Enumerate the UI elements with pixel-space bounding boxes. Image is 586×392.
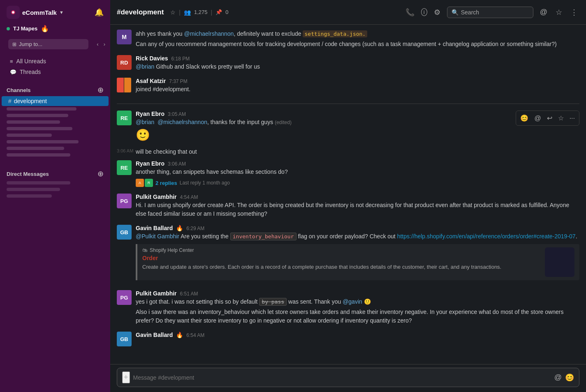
message-header: Pulkit Gambhir 6:51 AM [136, 290, 579, 297]
message-author[interactable]: Gavin Ballard [136, 225, 173, 231]
nav-arrows: ‹ › [95, 40, 107, 48]
app-icon [7, 6, 20, 19]
username[interactable]: TJ Mapes [13, 25, 37, 32]
avatar [117, 78, 132, 92]
message-author[interactable]: Asaf Katzir [136, 78, 166, 84]
emoji-input-icon[interactable]: 😊 [565, 373, 574, 382]
avatar: RE [117, 160, 132, 175]
settings-icon[interactable]: ⚙ [432, 6, 442, 18]
avatar: PG [117, 194, 132, 208]
svg-point-1 [12, 11, 14, 14]
channel-star-icon[interactable]: ☆ [170, 9, 176, 16]
reply-count[interactable]: 2 replies [155, 180, 177, 186]
avatar: PG [117, 290, 132, 305]
message-content: Ryan Ebro 3:05 AM @brian @michaelrshanno… [136, 111, 579, 143]
header-star-icon[interactable]: ☆ [554, 6, 564, 18]
at-input-icon[interactable]: @ [554, 373, 562, 382]
phone-icon[interactable]: 📞 [404, 6, 416, 18]
avatar: GB [117, 332, 132, 346]
channel-item-development[interactable]: # development [2, 96, 109, 106]
message-time: 3:05 AM [168, 111, 186, 117]
notification-bell-icon[interactable]: 🔔 [95, 8, 104, 17]
inline-code: inventory_behaviour [230, 233, 296, 240]
preview-title-link[interactable]: Order [142, 255, 158, 261]
mention[interactable]: @michaelrshannon [184, 30, 234, 37]
message-input[interactable] [133, 374, 551, 381]
unreads-icon: ≡ [10, 58, 13, 65]
avatar: RE [117, 111, 132, 125]
message-author[interactable]: Pulkit Gambhir [136, 194, 177, 200]
message-author[interactable]: Rick Davies [136, 55, 168, 62]
message-author[interactable]: Pulkit Gambhir [136, 290, 177, 297]
message-author[interactable]: Ryan Ebro [136, 160, 164, 167]
message-text: @brian Github and Slack works pretty wel… [136, 62, 579, 71]
search-placeholder: Search [461, 9, 479, 16]
info-icon[interactable]: i [421, 8, 427, 16]
message-input-area: + @ 😊 [110, 364, 586, 392]
search-icon: 🔍 [452, 9, 459, 16]
message-header: Pulkit Gambhir 4:54 AM [136, 194, 579, 200]
help-link[interactable]: https://help.shopify.com/en/api/referenc… [397, 233, 576, 240]
user-info: TJ Mapes 🔥 [0, 21, 110, 36]
message-row: M ahh yes thank you @michaelrshannon, de… [117, 30, 579, 48]
messages-area[interactable]: M ahh yes thank you @michaelrshannon, de… [110, 25, 586, 364]
edited-label: (edited) [275, 120, 292, 125]
workspace-name[interactable]: eCommTalk ▼ [7, 6, 64, 19]
emoji-action[interactable]: 😊 [518, 113, 531, 124]
nav-forward[interactable]: › [102, 40, 107, 48]
preview-service: 🛍 Shopify Help Center [142, 247, 540, 253]
main-content: #development ☆ | 👥 1,275 | 📌 0 📞 i ⚙ 🔍 S… [110, 0, 586, 392]
message-group: PG Pulkit Gambhir 4:54 AM Hi. I am using… [110, 190, 586, 221]
mention-action[interactable]: @ [532, 113, 543, 124]
preview-title: Order [142, 255, 540, 261]
message-text: @Pulkit Gambhir Are you setting the inve… [136, 232, 579, 241]
message-group: PG Pulkit Gambhir 6:51 AM yes i got that… [110, 287, 586, 328]
channel-header-left: #development ☆ | 👥 1,275 | 📌 0 [117, 8, 404, 16]
message-continuation: Also i saw there was an inventory_behavi… [136, 308, 579, 325]
channel-list-bars [0, 106, 110, 158]
add-channel-icon[interactable]: ⊕ [97, 85, 104, 95]
message-group: RE Ryan Ebro 3:05 AM @brian @michaelrsha… [110, 107, 586, 147]
mention[interactable]: @gavin [343, 298, 362, 305]
message-group: RE Ryan Ebro 3:06 AM another thing, can … [110, 157, 586, 190]
jump-to-bar[interactable]: ⊞ Jump to... [8, 39, 88, 49]
reply-action[interactable]: ↩ [544, 113, 555, 124]
message-author[interactable]: Gavin Ballard [136, 332, 173, 338]
bookmark-action[interactable]: ☆ [556, 113, 566, 124]
add-dm-icon[interactable]: ⊕ [97, 169, 104, 178]
attach-button[interactable]: + [122, 371, 130, 383]
avatar: GB [117, 225, 132, 240]
channel-name: development [14, 98, 47, 104]
more-action[interactable]: ··· [567, 113, 577, 124]
message-text: yes i got that. i was not setting this s… [136, 297, 579, 306]
message-text: another thing, can snippets have schemas… [136, 168, 579, 176]
channels-section-header: Channels ⊕ [0, 81, 110, 96]
at-icon[interactable]: @ [538, 6, 549, 18]
mention[interactable]: @brian [136, 63, 154, 70]
message-time: 7:37 PM [169, 78, 188, 84]
message-text: Hi. I am using shopify order create API.… [136, 201, 579, 218]
preview-service-name: Shopify Help Center [150, 247, 194, 253]
dm-section-header: Direct Messages ⊕ [0, 164, 110, 180]
sidebar-item-threads[interactable]: 💬 Threads [3, 67, 107, 77]
mention[interactable]: @michaelrshannon [158, 119, 207, 125]
message-time: 6:54 AM [186, 332, 204, 338]
more-icon[interactable]: ⋮ [569, 6, 579, 18]
channel-header: #development ☆ | 👥 1,275 | 📌 0 📞 i ⚙ 🔍 S… [110, 0, 586, 25]
message-time-small: 3:06 AM [117, 148, 133, 153]
message-content: Pulkit Gambhir 6:51 AM yes i got that. i… [136, 290, 579, 325]
thread-replies[interactable]: A R 2 replies Last reply 1 month ago [136, 179, 579, 187]
svg-rect-2 [551, 253, 569, 271]
mention[interactable]: @brian [136, 119, 154, 125]
message-content: ahh yes thank you @michaelrshannon, defi… [136, 30, 579, 48]
search-box[interactable]: 🔍 Search [447, 7, 533, 18]
input-right-icons: @ 😊 [554, 373, 574, 382]
nav-back[interactable]: ‹ [95, 40, 100, 48]
message-text: will be checking that out [136, 148, 197, 155]
avatar: M [117, 30, 132, 44]
sidebar-item-all-unreads[interactable]: ≡ All Unreads [3, 56, 107, 67]
mention[interactable]: @Pulkit Gambhir [136, 233, 179, 240]
message-row: RE Ryan Ebro 3:06 AM another thing, can … [117, 160, 579, 187]
channel-hash-icon: # [8, 98, 12, 104]
message-author[interactable]: Ryan Ebro [136, 111, 164, 117]
